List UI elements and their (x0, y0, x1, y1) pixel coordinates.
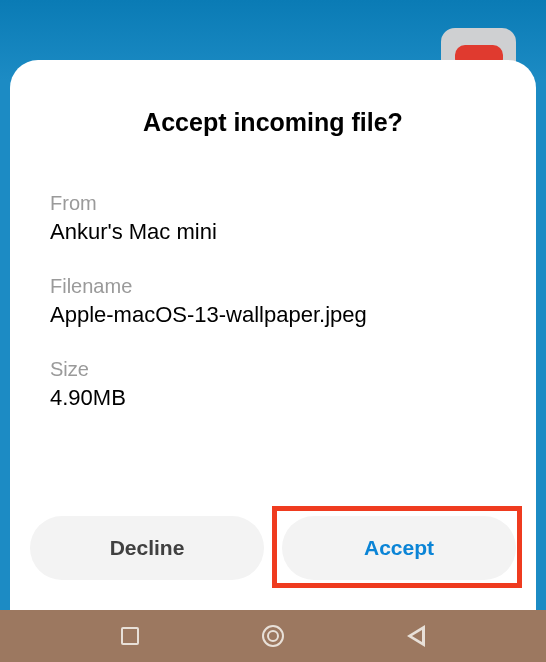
size-label: Size (50, 358, 496, 381)
recents-icon[interactable] (121, 627, 139, 645)
android-nav-bar (0, 610, 546, 662)
home-icon[interactable] (262, 625, 284, 647)
dialog-button-row: Decline Accept (30, 516, 516, 580)
filename-value: Apple-macOS-13-wallpaper.jpeg (50, 302, 496, 328)
incoming-file-dialog: Accept incoming file? From Ankur's Mac m… (10, 60, 536, 610)
dialog-title: Accept incoming file? (40, 108, 506, 137)
size-value: 4.90MB (50, 385, 496, 411)
decline-button[interactable]: Decline (30, 516, 264, 580)
from-block: From Ankur's Mac mini (50, 192, 496, 245)
from-label: From (50, 192, 496, 215)
size-block: Size 4.90MB (50, 358, 496, 411)
accept-button[interactable]: Accept (282, 516, 516, 580)
file-info-section: From Ankur's Mac mini Filename Apple-mac… (40, 192, 506, 411)
filename-block: Filename Apple-macOS-13-wallpaper.jpeg (50, 275, 496, 328)
from-value: Ankur's Mac mini (50, 219, 496, 245)
filename-label: Filename (50, 275, 496, 298)
back-icon[interactable] (407, 625, 425, 647)
